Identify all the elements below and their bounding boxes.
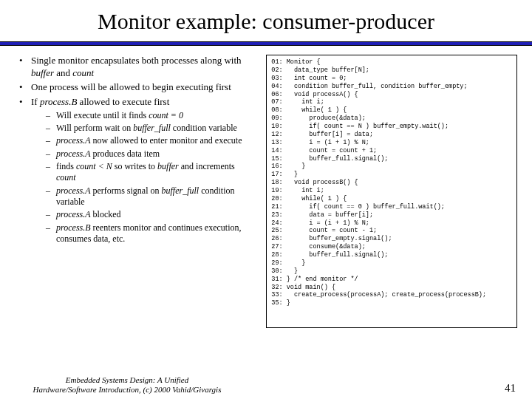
footer: Embedded Systems Design: A Unified Hardw… [0,375,532,395]
bullet-column: Single monitor encapsulates both process… [15,55,256,328]
sub-1: Will execute until it finds count = 0 [31,110,256,121]
bullet-2: One process will be allowed to begin exe… [15,81,256,94]
sub-5: finds count < N so writes to buffer and … [31,161,256,184]
sub-6: process.A performs signal on buffer_full… [31,185,256,208]
sub-8: process.B reenters monitor and continues… [31,222,256,245]
page-number: 41 [505,382,516,395]
footer-citation: Embedded Systems Design: A Unified Hardw… [16,375,238,395]
title-rule [0,41,532,46]
slide: Monitor example: consumer-producer Singl… [0,0,532,399]
bullet-3: If process.B allowed to execute first Wi… [15,96,256,245]
slide-body: Single monitor encapsulates both process… [15,55,517,328]
sub-2: Will perform wait on buffer_full conditi… [31,123,256,134]
code-column: 01: Monitor { 02: data_type buffer[N]; 0… [266,55,517,328]
bullet-1: Single monitor encapsulates both process… [15,55,256,79]
sub-7: process.A blocked [31,209,256,220]
slide-title: Monitor example: consumer-producer [15,9,517,34]
code-listing: 01: Monitor { 02: data_type buffer[N]; 0… [266,55,517,328]
sub-4: process.A produces data item [31,149,256,160]
sub-3: process.A now allowed to enter monitor a… [31,135,256,146]
